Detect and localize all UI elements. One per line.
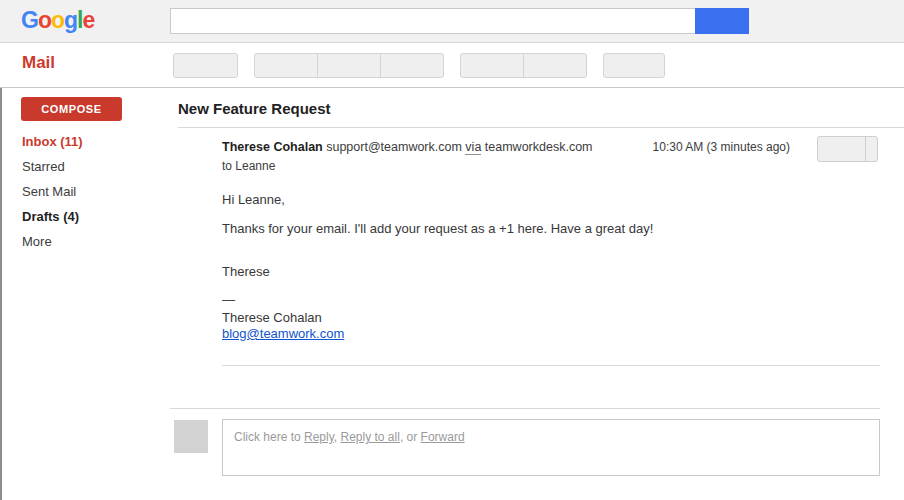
email-body-signoff: Therese xyxy=(222,264,270,281)
reply-placeholder-separator: , xyxy=(334,430,341,444)
logo-letter: g xyxy=(64,7,77,33)
reply-button-group xyxy=(817,136,878,162)
toolbar-placeholder-button[interactable] xyxy=(604,54,664,77)
sidebar-item-starred[interactable]: Starred xyxy=(22,154,152,179)
email-timestamp: 10:30 AM (3 minutes ago) xyxy=(653,140,790,154)
email-body-paragraph: Thanks for your email. I'll add your req… xyxy=(222,221,702,238)
reply-placeholder-separator: , or xyxy=(400,430,421,444)
toolbar-button-group xyxy=(173,53,238,78)
toolbar-placeholder-button[interactable] xyxy=(317,54,380,77)
reply-to-all-link[interactable]: Reply to all xyxy=(341,430,400,444)
email-body-greeting: Hi Leanne, xyxy=(222,192,285,209)
window-edge-line xyxy=(0,88,2,500)
toolbar-placeholder-button[interactable] xyxy=(461,54,523,77)
sidebar-item-sent-mail[interactable]: Sent Mail xyxy=(22,179,152,204)
compose-button[interactable]: COMPOSE xyxy=(21,97,122,121)
via-label: via xyxy=(465,140,481,155)
toolbar-placeholder-button[interactable] xyxy=(255,54,317,77)
toolbar-button-group xyxy=(603,53,665,78)
sidebar-item-inbox[interactable]: Inbox (11) xyxy=(22,129,152,154)
logo-letter: e xyxy=(82,7,94,33)
quick-reply-box[interactable]: Click here to Reply, Reply to all, or Fo… xyxy=(222,419,880,476)
quick-reply-placeholder: Click here to Reply, Reply to all, or Fo… xyxy=(234,430,465,444)
logo-letter: G xyxy=(21,7,38,33)
email-subject: New Feature Request xyxy=(178,100,331,117)
search-button[interactable] xyxy=(695,8,749,34)
body-divider xyxy=(222,365,880,366)
toolbar-button-group xyxy=(460,53,587,78)
user-avatar xyxy=(174,420,208,453)
toolbar-placeholder-button[interactable] xyxy=(523,54,586,77)
signature-name: Therese Cohalan xyxy=(222,310,322,327)
mail-toolbar: Mail xyxy=(0,43,904,88)
forward-link[interactable]: Forward xyxy=(421,430,465,444)
sender-email: support@teamwork.com xyxy=(326,140,462,154)
reply-area-divider xyxy=(170,408,880,409)
google-topbar: Google xyxy=(0,0,904,43)
email-sender-line: Therese Cohalan support@teamwork.com via… xyxy=(222,140,593,154)
toolbar-button-group xyxy=(254,53,444,78)
reply-placeholder-prefix: Click here to xyxy=(234,430,304,444)
signature-email-link[interactable]: blog@teamwork.com xyxy=(222,326,344,341)
via-domain: teamworkdesk.com xyxy=(485,140,593,154)
reply-button[interactable] xyxy=(818,137,865,161)
google-logo: Google xyxy=(21,7,94,34)
toolbar-placeholder-button[interactable] xyxy=(174,54,237,77)
more-options-dropdown-button[interactable] xyxy=(865,137,877,161)
subject-divider xyxy=(178,127,904,128)
gmail-window: Google Mail COMPOSE Inbox (11) Starred S… xyxy=(0,0,904,500)
logo-letter: o xyxy=(38,7,51,33)
reply-link[interactable]: Reply xyxy=(304,430,334,444)
sidebar-item-more[interactable]: More xyxy=(22,229,152,254)
sidebar-nav: Inbox (11) Starred Sent Mail Drafts (4) … xyxy=(22,129,152,254)
sender-name: Therese Cohalan xyxy=(222,140,323,154)
search-input[interactable] xyxy=(170,8,695,34)
recipient-line: to Leanne xyxy=(222,159,275,173)
toolbar-placeholder-button[interactable] xyxy=(380,54,443,77)
logo-letter: o xyxy=(51,7,64,33)
signature-divider: — xyxy=(222,292,235,309)
sidebar-item-drafts[interactable]: Drafts (4) xyxy=(22,204,152,229)
mail-label: Mail xyxy=(22,53,55,73)
